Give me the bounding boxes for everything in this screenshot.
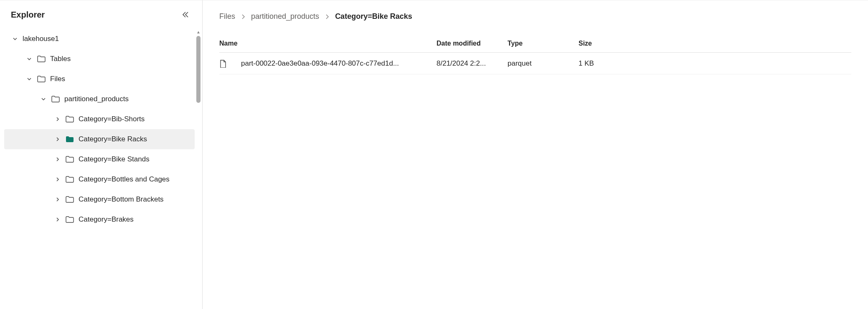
chevron-down-icon — [25, 75, 33, 83]
chevron-right-icon — [240, 14, 246, 20]
chevron-down-icon — [11, 35, 19, 43]
tree-item-category-brakes[interactable]: Category=Brakes — [4, 209, 195, 230]
folder-icon — [65, 115, 74, 124]
chevron-right-icon — [53, 215, 62, 224]
scrollbar[interactable]: ▲ — [195, 30, 201, 305]
explorer-header: Explorer — [0, 0, 202, 29]
tree-item-tables[interactable]: Tables — [4, 49, 195, 69]
cell-date: 8/21/2024 2:2... — [437, 59, 508, 68]
folder-icon — [65, 215, 74, 224]
folder-icon — [37, 74, 46, 84]
column-header-size[interactable]: Size — [579, 40, 629, 47]
tree-item-files[interactable]: Files — [4, 69, 195, 89]
column-header-date[interactable]: Date modified — [437, 40, 508, 47]
folder-open-icon — [65, 135, 74, 144]
tree-item-label: Category=Bottom Brackets — [79, 195, 164, 204]
tree-item-category-bike-racks[interactable]: Category=Bike Racks — [4, 129, 195, 149]
main-content: Files partitioned_products Category=Bike… — [203, 0, 868, 309]
column-header-type[interactable]: Type — [508, 40, 579, 47]
explorer-tree: lakehouse1 Tables Files — [0, 29, 202, 309]
tree-item-label: Category=Bike Stands — [79, 155, 150, 163]
breadcrumb-partitioned-products[interactable]: partitioned_products — [251, 12, 319, 21]
chevron-right-icon — [53, 155, 62, 163]
folder-icon — [37, 54, 46, 64]
tree-item-category-bib-shorts[interactable]: Category=Bib-Shorts — [4, 109, 195, 129]
folder-icon — [65, 155, 74, 164]
table-row[interactable]: part-00022-0ae3e0aa-093e-4470-807c-c77ed… — [219, 53, 851, 74]
tree-item-label: Category=Brakes — [79, 215, 134, 224]
chevron-right-icon — [324, 14, 330, 20]
breadcrumb-files[interactable]: Files — [219, 12, 235, 21]
explorer-title: Explorer — [11, 10, 45, 20]
chevron-right-icon — [53, 195, 62, 204]
tree-item-label: Category=Bottles and Cages — [79, 175, 170, 184]
tree-root-lakehouse[interactable]: lakehouse1 — [4, 29, 195, 49]
file-table: Name Date modified Type Size part-00022-… — [219, 34, 851, 74]
tree-item-label: Category=Bike Racks — [79, 135, 147, 143]
file-name-text: part-00022-0ae3e0aa-093e-4470-807c-c77ed… — [241, 59, 399, 68]
file-icon — [219, 59, 228, 68]
folder-icon — [65, 175, 74, 184]
scroll-up-arrow-icon: ▲ — [196, 30, 201, 34]
chevron-double-left-icon — [181, 10, 190, 19]
chevron-right-icon — [53, 175, 62, 184]
column-header-name[interactable]: Name — [219, 40, 437, 47]
scroll-thumb[interactable] — [196, 36, 201, 103]
cell-name: part-00022-0ae3e0aa-093e-4470-807c-c77ed… — [219, 59, 437, 68]
breadcrumb-current: Category=Bike Racks — [335, 12, 412, 21]
table-header-row: Name Date modified Type Size — [219, 34, 851, 53]
tree-item-label: partitioned_products — [64, 95, 129, 103]
breadcrumb: Files partitioned_products Category=Bike… — [219, 12, 851, 21]
chevron-down-icon — [25, 55, 33, 63]
tree-item-label: Category=Bib-Shorts — [79, 115, 145, 123]
tree-item-category-bottles-cages[interactable]: Category=Bottles and Cages — [4, 169, 195, 189]
chevron-right-icon — [53, 135, 62, 143]
tree-item-label: Files — [50, 75, 65, 83]
cell-type: parquet — [508, 59, 579, 68]
tree-item-category-bike-stands[interactable]: Category=Bike Stands — [4, 149, 195, 169]
folder-icon — [65, 195, 74, 204]
tree-item-partitioned-products[interactable]: partitioned_products — [4, 89, 195, 109]
tree-item-label: lakehouse1 — [23, 35, 59, 43]
cell-size: 1 KB — [579, 59, 629, 68]
tree-item-category-bottom-brackets[interactable]: Category=Bottom Brackets — [4, 189, 195, 209]
explorer-panel: Explorer lakehouse1 Tab — [0, 0, 203, 309]
folder-icon — [51, 94, 60, 104]
chevron-down-icon — [39, 95, 48, 103]
tree-item-label: Tables — [50, 55, 71, 63]
chevron-right-icon — [53, 115, 62, 123]
collapse-panel-button[interactable] — [179, 8, 192, 21]
